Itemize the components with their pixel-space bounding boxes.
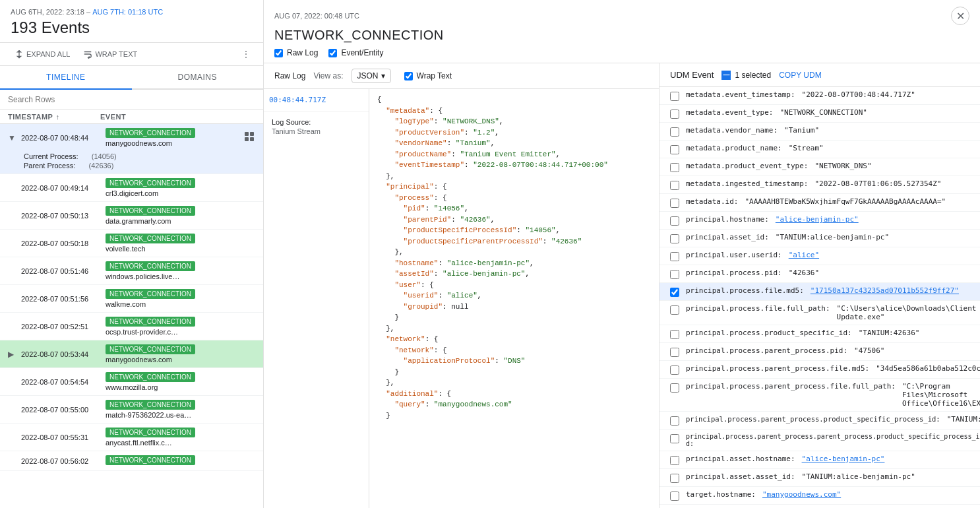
event-row[interactable]: 2022-08-07 00:56:02 NETWORK_CONNECTION bbox=[0, 451, 263, 471]
asset-hostname-link[interactable]: "alice-benjamin-pc" bbox=[802, 455, 885, 463]
udm-value: "alice-benjamin-pc" bbox=[802, 455, 885, 463]
svg-rect-1 bbox=[245, 132, 249, 136]
event-row-main[interactable]: 2022-08-07 00:51:56 NETWORK_CONNECTION w… bbox=[0, 285, 263, 312]
wrap-text-button[interactable]: WRAP TEXT bbox=[79, 47, 141, 61]
udm-checkbox[interactable] bbox=[670, 163, 679, 172]
event-row-main[interactable]: 2022-08-07 00:55:31 NETWORK_CONNECTION a… bbox=[0, 424, 263, 451]
udm-checkbox[interactable] bbox=[670, 474, 679, 483]
json-line: "query": "manygoodnews.com" bbox=[377, 399, 651, 410]
udm-checkbox[interactable] bbox=[670, 365, 679, 375]
tab-timeline[interactable]: TIMELINE bbox=[0, 66, 132, 90]
udm-value: "TANIUM:42636" bbox=[859, 329, 920, 337]
col-timestamp: TIMESTAMP ↑ bbox=[8, 113, 100, 121]
json-line: "pid": "14056", bbox=[377, 203, 651, 214]
event-row[interactable]: 2022-08-07 00:50:18 NETWORK_CONNECTION v… bbox=[0, 230, 263, 257]
log-left: 00:48:44.717Z Log Source: Tanium Stream bbox=[264, 89, 369, 508]
raw-log-checkbox[interactable] bbox=[274, 49, 283, 57]
wrap-text-checkbox-label[interactable]: Wrap Text bbox=[404, 71, 452, 80]
event-row[interactable]: 2022-08-07 00:55:00 NETWORK_CONNECTION m… bbox=[0, 396, 263, 424]
wrap-text-checkbox[interactable] bbox=[404, 72, 413, 80]
selected-count: 1 selected bbox=[735, 71, 771, 80]
udm-item: principal.process.parent_process.product… bbox=[659, 412, 980, 429]
hostname-link[interactable]: "alice-benjamin-pc" bbox=[776, 215, 859, 224]
event-row[interactable]: ▼ 2022-08-07 00:48:44 NETWORK_CONNECTION… bbox=[0, 124, 263, 174]
udm-checkbox[interactable] bbox=[670, 92, 679, 101]
copy-udm-button[interactable]: COPY UDM bbox=[779, 71, 821, 80]
more-options-button[interactable]: ⋮ bbox=[239, 47, 253, 61]
event-row-main[interactable]: 2022-08-07 00:52:51 NETWORK_CONNECTION o… bbox=[0, 313, 263, 340]
udm-checkbox[interactable] bbox=[670, 110, 679, 119]
event-entity-checkbox-label[interactable]: Event/Entity bbox=[328, 48, 383, 57]
close-button[interactable]: ✕ bbox=[951, 7, 969, 25]
udm-checkbox[interactable] bbox=[670, 252, 679, 261]
left-toolbar: EXPAND ALL WRAP TEXT ⋮ bbox=[0, 43, 263, 66]
udm-checkbox[interactable] bbox=[670, 330, 679, 339]
network-connection-badge: NETWORK_CONNECTION bbox=[106, 289, 195, 299]
target-hostname-link[interactable]: "manygoodnews.com" bbox=[762, 490, 841, 499]
event-row-main[interactable]: 2022-08-07 00:50:13 NETWORK_CONNECTION d… bbox=[0, 202, 263, 229]
event-row[interactable]: 2022-08-07 00:49:14 NETWORK_CONNECTION c… bbox=[0, 174, 263, 202]
event-entity-checkbox[interactable] bbox=[328, 49, 337, 57]
event-row[interactable]: 2022-08-07 00:52:51 NETWORK_CONNECTION o… bbox=[0, 313, 263, 340]
raw-log-toolbar: Raw Log View as: JSON ▾ Wrap Text bbox=[264, 63, 659, 89]
udm-checkbox[interactable] bbox=[670, 234, 679, 243]
udm-checkbox[interactable] bbox=[670, 181, 679, 190]
udm-checkbox[interactable] bbox=[670, 305, 679, 315]
udm-value: "2022-08-07T01:06:05.527354Z" bbox=[814, 179, 941, 188]
md5-link[interactable]: "17150a137c43235ad07011b552f9ff27" bbox=[811, 286, 959, 295]
event-sub-details: Current Process: (14056) Parent Process:… bbox=[0, 151, 263, 174]
tab-domains[interactable]: DOMAINS bbox=[132, 66, 264, 88]
udm-checkbox[interactable] bbox=[670, 216, 679, 226]
udm-checkbox[interactable] bbox=[670, 456, 679, 465]
udm-title: UDM Event bbox=[670, 70, 714, 80]
format-select[interactable]: JSON ▾ bbox=[352, 69, 391, 83]
event-row-main[interactable]: 2022-08-07 00:55:00 NETWORK_CONNECTION m… bbox=[0, 396, 263, 423]
udm-item: target.hostname: "manygoodnews.com" bbox=[659, 487, 980, 505]
event-row[interactable]: 2022-08-07 00:50:13 NETWORK_CONNECTION d… bbox=[0, 202, 263, 230]
udm-checkbox[interactable] bbox=[670, 270, 679, 279]
udm-checkbox[interactable] bbox=[670, 492, 679, 501]
indeterminate-checkbox[interactable]: — bbox=[721, 71, 731, 80]
event-row-main[interactable]: 2022-08-07 00:56:02 NETWORK_CONNECTION bbox=[0, 451, 263, 470]
event-domain: ocsp.trust-provider.c… bbox=[106, 328, 195, 336]
udm-key: principal.process.file.md5: bbox=[686, 286, 804, 295]
chevron-down-icon: ▾ bbox=[381, 71, 385, 80]
udm-key: metadata.ingested_timestamp: bbox=[686, 179, 808, 188]
udm-checkbox[interactable] bbox=[670, 199, 679, 208]
search-input[interactable] bbox=[8, 95, 255, 104]
left-panel: AUG 6TH, 2022: 23:18 – AUG 7TH: 01:18 UT… bbox=[0, 0, 264, 508]
udm-checkbox[interactable] bbox=[670, 434, 679, 443]
event-row[interactable]: 2022-08-07 00:51:46 NETWORK_CONNECTION w… bbox=[0, 257, 263, 285]
event-row-main[interactable]: 2022-08-07 00:54:54 NETWORK_CONNECTION w… bbox=[0, 368, 263, 395]
svg-rect-4 bbox=[250, 137, 254, 141]
event-row-main[interactable]: 2022-08-07 00:50:18 NETWORK_CONNECTION v… bbox=[0, 230, 263, 257]
json-line: }, bbox=[377, 247, 651, 258]
udm-checkbox[interactable] bbox=[670, 416, 679, 426]
udm-checkbox[interactable] bbox=[670, 383, 679, 393]
json-line: } bbox=[377, 410, 651, 422]
userid-link[interactable]: "alice" bbox=[789, 251, 819, 259]
udm-checkbox[interactable] bbox=[670, 288, 679, 297]
event-row[interactable]: 2022-08-07 00:51:56 NETWORK_CONNECTION w… bbox=[0, 285, 263, 313]
col-event: EVENT bbox=[100, 113, 255, 121]
udm-key: principal.process.product_specific_id: bbox=[686, 329, 852, 337]
event-row[interactable]: 2022-08-07 00:54:54 NETWORK_CONNECTION w… bbox=[0, 368, 263, 396]
udm-value: "TANIUM:alice-benjamin-pc" bbox=[802, 472, 915, 481]
udm-checkbox[interactable] bbox=[670, 348, 679, 357]
event-row-main[interactable]: ▼ 2022-08-07 00:48:44 NETWORK_CONNECTION… bbox=[0, 124, 263, 151]
raw-log-checkbox-label[interactable]: Raw Log bbox=[274, 48, 318, 57]
udm-value: "17150a137c43235ad07011b552f9ff27" bbox=[811, 286, 959, 295]
udm-checkbox[interactable] bbox=[670, 127, 679, 137]
udm-checkbox[interactable] bbox=[670, 145, 679, 154]
network-connection-badge: NETWORK_CONNECTION bbox=[106, 128, 195, 138]
json-line: "eventTimestamp": "2022-08-07T00:48:44.7… bbox=[377, 160, 651, 171]
event-row[interactable]: ▶ 2022-08-07 00:53:44 NETWORK_CONNECTION… bbox=[0, 340, 263, 368]
expand-all-button[interactable]: EXPAND ALL bbox=[11, 47, 74, 61]
event-row-main[interactable]: 2022-08-07 00:51:46 NETWORK_CONNECTION w… bbox=[0, 257, 263, 284]
right-date: AUG 07, 2022: 00:48 UTC bbox=[274, 12, 359, 20]
event-row-main[interactable]: ▶ 2022-08-07 00:53:44 NETWORK_CONNECTION… bbox=[0, 340, 263, 367]
event-row[interactable]: 2022-08-07 00:55:31 NETWORK_CONNECTION a… bbox=[0, 424, 263, 451]
udm-item: metadata.id: "AAAAAH8TEWbaK5WxjhimFqwF7G… bbox=[659, 194, 980, 212]
udm-item: principal.asset.hostname: "alice-benjami… bbox=[659, 451, 980, 469]
event-row-main[interactable]: 2022-08-07 00:49:14 NETWORK_CONNECTION c… bbox=[0, 174, 263, 201]
